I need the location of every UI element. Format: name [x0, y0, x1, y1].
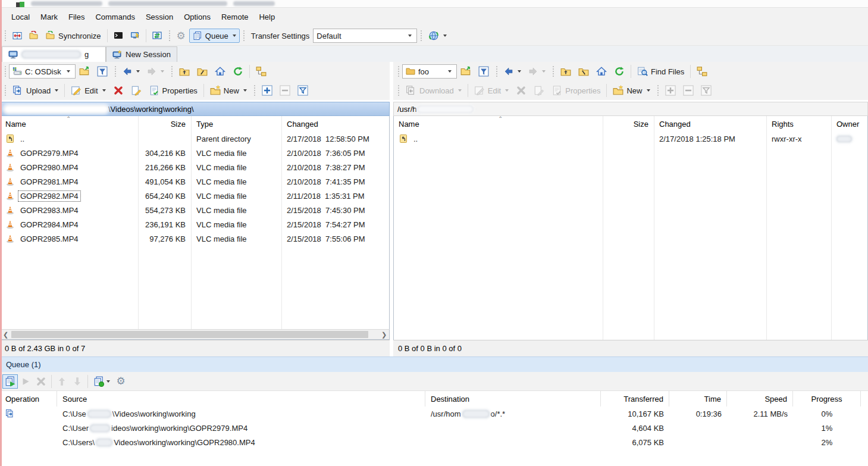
remote-home-button[interactable]	[593, 64, 610, 79]
queue-row[interactable]: C:\Users\Videos\working\working\GOPR2980…	[0, 435, 868, 449]
remote-directory-select[interactable]: foo	[402, 64, 457, 79]
file-row[interactable]: GOPR2980.MP4 216,266 KB VLC media file 2…	[1, 160, 389, 174]
column-header-changed[interactable]: Changed	[654, 116, 766, 132]
local-filter-button[interactable]	[93, 64, 111, 79]
queue-preferences-button[interactable]: ⚙	[113, 374, 129, 389]
menu-help[interactable]: Help	[253, 10, 280, 24]
queue-header-bar[interactable]: Queue (1)	[0, 356, 868, 372]
remote-path-bar[interactable]: /usr/h	[393, 102, 868, 116]
scroll-right-arrow[interactable]: ❯	[379, 330, 389, 339]
queue-delete-button[interactable]	[33, 374, 49, 389]
file-row[interactable]: GOPR2979.MP4 304,216 KB VLC media file 2…	[1, 146, 389, 160]
remote-tree-button[interactable]	[693, 64, 711, 79]
local-edit-button[interactable]: Edit	[67, 83, 109, 98]
chevron-down-icon[interactable]	[444, 65, 453, 78]
local-delete-button[interactable]	[109, 83, 127, 98]
column-divider[interactable]	[138, 116, 139, 329]
remote-new-button[interactable]: New	[609, 83, 653, 98]
column-header-transferred[interactable]: Transferred	[601, 391, 669, 406]
queue-row[interactable]: C:\Use\Videos\working\working /usr/homo/…	[0, 406, 868, 421]
local-selection-filter-button[interactable]	[294, 83, 312, 98]
remote-refresh-button[interactable]	[610, 64, 628, 79]
toolbar-grip[interactable]	[114, 65, 117, 78]
local-refresh-button[interactable]	[229, 64, 247, 79]
preferences-button[interactable]: ⚙	[173, 29, 189, 43]
local-tree-button[interactable]	[252, 64, 270, 79]
remote-root-directory-button[interactable]	[575, 64, 593, 79]
download-button[interactable]: Download	[402, 83, 465, 98]
toolbar-grip[interactable]	[419, 29, 422, 42]
toolbar-grip[interactable]	[253, 84, 256, 97]
column-divider[interactable]	[603, 116, 603, 340]
local-properties-button[interactable]: Properties	[145, 83, 201, 98]
remote-filter-button[interactable]	[475, 64, 493, 79]
column-header-speed[interactable]: Speed	[727, 391, 793, 406]
queue-move-up-button[interactable]	[54, 374, 70, 389]
toolbar-grip[interactable]	[168, 29, 171, 42]
column-divider[interactable]	[654, 116, 654, 340]
local-back-button[interactable]	[119, 64, 143, 79]
column-header-destination[interactable]: Destination	[425, 391, 601, 406]
column-header-size[interactable]: Size	[603, 116, 654, 132]
toolbar-grip[interactable]	[397, 84, 400, 97]
menu-files[interactable]: Files	[63, 10, 90, 24]
file-row-focused[interactable]: GOPR2982.MP4 654,240 KB VLC media file 2…	[1, 189, 389, 203]
find-files-button[interactable]: Find Files	[634, 64, 688, 79]
toolbar-grip[interactable]	[4, 29, 7, 42]
column-header-changed[interactable]: Changed	[281, 116, 389, 132]
remote-parent-directory-button[interactable]	[557, 64, 575, 79]
menu-options[interactable]: Options	[178, 10, 216, 24]
remote-selection-filter-button[interactable]	[697, 83, 715, 98]
file-row-parent[interactable]: .. Parent directory 2/17/2018 12:58:50 P…	[1, 132, 389, 146]
open-terminal-button[interactable]	[110, 29, 127, 43]
column-header-time[interactable]: Time	[669, 391, 727, 406]
scroll-left-arrow[interactable]: ❮	[1, 330, 11, 339]
synchronize-button[interactable]: Synchronize	[42, 29, 105, 43]
column-divider[interactable]	[191, 116, 192, 329]
remote-open-directory-button[interactable]	[457, 64, 475, 79]
toolbar-grip[interactable]	[656, 84, 659, 97]
file-row[interactable]: GOPR2984.MP4 236,191 KB VLC media file 2…	[1, 217, 389, 232]
local-select-remove-button[interactable]	[276, 83, 294, 98]
toolbar-grip[interactable]	[495, 65, 498, 78]
local-new-button[interactable]: New	[206, 83, 250, 98]
column-header-operation[interactable]: Operation	[0, 391, 57, 406]
console-button[interactable]	[127, 29, 143, 43]
remote-delete-button[interactable]	[512, 83, 530, 98]
remote-select-remove-button[interactable]	[679, 83, 697, 98]
menu-mark[interactable]: Mark	[35, 10, 63, 24]
transfer-settings-select[interactable]: Default	[313, 29, 417, 43]
queue-row[interactable]: C:\Userideos\working\working\GOPR2979.MP…	[0, 421, 868, 435]
local-root-directory-button[interactable]	[193, 64, 211, 79]
column-header-owner[interactable]: Owner	[831, 116, 867, 132]
remote-edit-button[interactable]: Edit	[471, 83, 512, 98]
column-divider[interactable]	[281, 116, 282, 329]
toolbar-grip[interactable]	[551, 65, 554, 78]
chevron-down-icon[interactable]	[64, 65, 72, 78]
remote-rename-button[interactable]	[530, 83, 548, 98]
local-home-button[interactable]	[211, 64, 229, 79]
toolbar-grip[interactable]	[4, 84, 7, 97]
toolbar-grip[interactable]	[170, 65, 173, 78]
remote-select-add-button[interactable]	[662, 83, 679, 98]
file-row[interactable]: GOPR2985.MP4 97,276 KB VLC media file 2/…	[1, 232, 389, 246]
local-parent-directory-button[interactable]	[176, 64, 193, 79]
swap-sync-folders-button[interactable]	[26, 29, 42, 43]
scrollbar-thumb[interactable]	[11, 331, 368, 338]
local-horizontal-scrollbar[interactable]: ❮ ❯	[0, 329, 390, 340]
column-divider[interactable]	[831, 116, 832, 340]
toolbar-grip[interactable]	[397, 65, 400, 78]
menu-commands[interactable]: Commands	[90, 10, 140, 24]
toolbar-grip[interactable]	[4, 65, 7, 78]
local-select-add-button[interactable]	[258, 83, 276, 98]
column-divider[interactable]	[766, 116, 767, 340]
menu-remote[interactable]: Remote	[216, 10, 254, 24]
local-path-bar[interactable]: \Videos\working\working\	[0, 102, 390, 116]
column-header-size[interactable]: Size	[138, 116, 191, 132]
swap-panels-button[interactable]	[149, 29, 165, 43]
drive-select[interactable]: C: OSDisk	[9, 64, 76, 79]
queue-resume-button[interactable]	[18, 374, 33, 389]
menu-local[interactable]: Local	[6, 10, 35, 24]
queue-toggle-button[interactable]: Queue	[189, 29, 240, 43]
queue-move-down-button[interactable]	[70, 374, 85, 389]
